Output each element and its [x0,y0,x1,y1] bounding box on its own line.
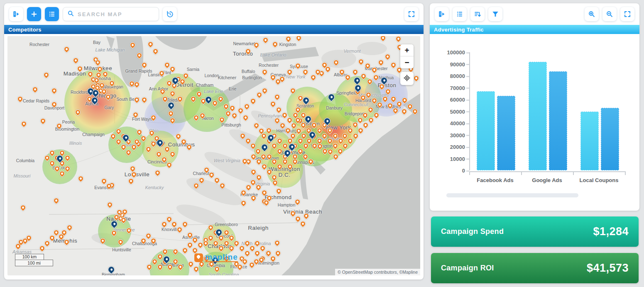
history-button[interactable] [163,7,177,21]
locate-button[interactable] [400,72,414,85]
y-axis-tick: 80000 [450,73,470,79]
list-icon [48,10,56,18]
scale-km: 100 km [15,254,44,260]
chart-scrollbar[interactable] [446,193,578,197]
chart-panel: Advertising Traffic 01000020000300004000… [430,3,639,211]
bar-chart: 0100002000030000400005000060000700008000… [430,34,639,210]
table-view-button[interactable] [453,7,467,21]
y-axis-tick: 40000 [450,120,470,126]
kpi-campaign-roi[interactable]: Campaign ROI $41,573 [431,253,639,283]
x-axis-tick [573,172,574,175]
fullscreen-icon [408,10,415,18]
fullscreen-icon [624,10,631,18]
bar-google-ads-s2[interactable] [549,71,567,170]
kpi-value: $41,573 [587,262,629,275]
zoom-out-button[interactable] [602,7,617,21]
chart-plot-area: 0100002000030000400005000060000700008000… [469,52,625,170]
map-scalebar: 100 km 100 mi [15,254,53,266]
bar-local-coupons-s1[interactable] [580,112,599,171]
x-axis-tick [625,172,626,175]
expand-panel-button[interactable] [435,7,449,21]
filter-icon [492,10,499,18]
map-zoom-control: + − [400,44,414,68]
map-panel: Competitors [4,3,424,280]
y-axis-tick: 30000 [450,132,470,138]
kpi-campaign-spend[interactable]: Campaign Spend $1,284 [431,216,639,247]
map-title: Competitors [4,25,424,34]
category-label: Google Ads [521,177,573,183]
plus-icon [30,10,38,18]
y-axis-tick: 70000 [450,85,470,91]
zoom-in-icon [588,10,595,18]
add-button[interactable] [27,7,41,21]
history-icon [166,10,174,18]
scale-mi: 100 mi [15,260,53,266]
map-attribution: © OpenStreetMap contributors, ©Mapline [335,269,420,275]
zoom-in-button[interactable] [585,7,599,21]
bar-facebook-ads-s2[interactable] [497,96,515,170]
expand-panel-icon [438,10,446,18]
chart-toolbar [430,3,639,25]
locate-icon [403,74,411,83]
map-toolbar [4,3,424,25]
mapline-watermark: mapline [194,253,238,262]
map-canvas[interactable]: RochesterBayLake MichiganNewmarketToront… [7,36,420,275]
search-input[interactable] [78,11,154,17]
y-axis-tick: 90000 [450,61,470,67]
y-axis-tick: 100000 [447,49,470,56]
map-zoom-in-button[interactable]: + [400,44,414,56]
chart-title: Advertising Traffic [430,25,639,34]
bar-facebook-ads-s1[interactable] [477,91,495,170]
x-axis-tick [521,172,522,175]
y-axis-tick: 10000 [450,156,470,162]
expand-panel-button[interactable] [9,7,23,21]
zoom-out-icon [606,10,613,18]
list-icon [456,10,463,18]
category-label: Local Coupons [573,177,625,183]
map-search [63,7,159,21]
y-axis-tick: 20000 [450,144,470,150]
search-icon [67,10,74,19]
mapline-logo-icon [194,253,203,262]
map-zoom-out-button[interactable]: − [400,56,414,68]
y-axis-tick: 60000 [450,97,470,103]
sort-button[interactable] [470,7,485,21]
fullscreen-button[interactable] [404,7,419,21]
sort-icon [474,10,482,18]
bar-local-coupons-s2[interactable] [601,108,619,170]
expand-panel-icon [12,10,20,18]
bar-google-ads-s1[interactable] [529,62,547,170]
x-axis-tick [469,172,470,175]
mapline-wordmark: mapline [205,253,238,262]
y-axis-tick: 50000 [450,108,470,114]
category-label: Facebook Ads [469,177,521,183]
fullscreen-button[interactable] [620,7,634,21]
kpi-label: Campaign Spend [441,227,504,236]
kpi-label: Campaign ROI [441,264,494,272]
kpi-value: $1,284 [593,225,629,238]
filter-button[interactable] [488,7,502,21]
chart-x-axis [469,171,626,175]
legend-button[interactable] [45,7,59,21]
